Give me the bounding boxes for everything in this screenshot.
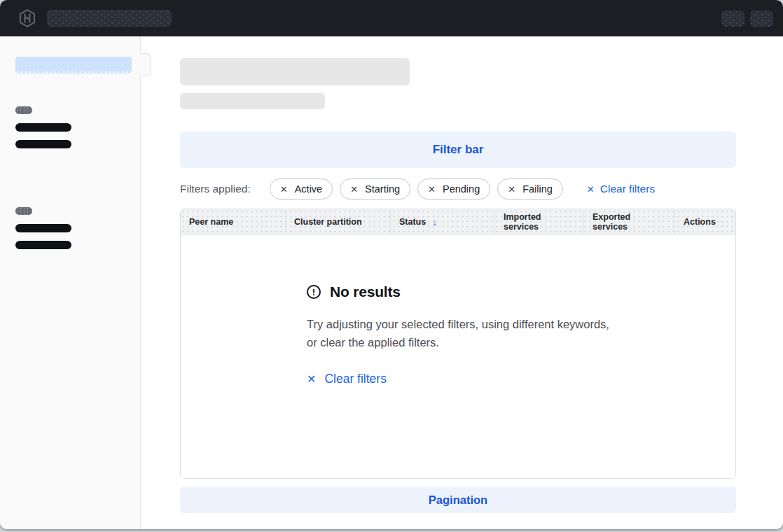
sidebar xyxy=(0,36,141,529)
search-input-skeleton[interactable] xyxy=(47,10,172,27)
table-header-row: Peer name Cluster partition Status ↓ Imp… xyxy=(181,209,735,234)
filter-chip-label: Starting xyxy=(365,183,400,195)
empty-state-clear-filters-label: Clear filters xyxy=(324,372,387,386)
filters-applied-label: Filters applied: xyxy=(180,183,251,195)
sidebar-item-skeleton[interactable] xyxy=(15,123,71,132)
filter-chip-label: Active xyxy=(295,183,323,195)
pagination-label: Pagination xyxy=(429,493,487,507)
sidebar-item-skeleton[interactable] xyxy=(15,140,71,148)
dismiss-icon: ✕ xyxy=(307,374,316,385)
alert-circle-icon: ! xyxy=(307,285,321,299)
table-body: ! No results Try adjusting your selected… xyxy=(181,234,735,478)
column-header-peer-name[interactable]: Peer name xyxy=(181,209,285,234)
dismiss-icon[interactable]: ✕ xyxy=(428,185,436,194)
topbar-action-skeleton[interactable] xyxy=(721,10,744,27)
filter-chip-label: Failing xyxy=(522,183,553,195)
empty-state-clear-filters-link[interactable]: ✕ Clear filters xyxy=(307,372,387,386)
filter-chip-failing[interactable]: ✕ Failing xyxy=(497,178,563,200)
page-subtitle-skeleton xyxy=(180,93,325,109)
empty-state-title: No results xyxy=(330,284,401,300)
sidebar-section-label-skeleton xyxy=(15,207,32,215)
filter-chip-starting[interactable]: ✕ Starting xyxy=(340,178,410,200)
clear-filters-link[interactable]: ✕ Clear filters xyxy=(587,183,655,195)
column-header-actions[interactable]: Actions xyxy=(674,209,735,234)
filter-bar-placeholder[interactable]: Filter bar xyxy=(180,132,736,168)
filter-chip-active[interactable]: ✕ Active xyxy=(270,178,333,200)
column-header-imported-services[interactable]: Imported services xyxy=(494,209,583,234)
filter-chip-label: Pending xyxy=(443,183,480,195)
empty-state: ! No results Try adjusting your selected… xyxy=(307,234,609,386)
main-content: Filter bar Filters applied: ✕ Active ✕ S… xyxy=(141,36,783,529)
sidebar-active-item-skeleton[interactable] xyxy=(15,57,132,74)
empty-state-description: Try adjusting your selected filters, usi… xyxy=(307,315,609,351)
topbar-actions xyxy=(721,10,773,27)
dismiss-icon[interactable]: ✕ xyxy=(350,185,358,194)
filter-bar-label: Filter bar xyxy=(433,143,484,157)
dismiss-icon[interactable]: ✕ xyxy=(280,185,288,194)
column-header-cluster-partition[interactable]: Cluster partition xyxy=(285,209,390,234)
sidebar-section-label-skeleton xyxy=(15,106,32,114)
sidebar-item-skeleton[interactable] xyxy=(15,224,71,232)
filter-chip-pending[interactable]: ✕ Pending xyxy=(417,178,490,200)
dismiss-icon[interactable]: ✕ xyxy=(508,185,515,194)
clear-filters-label: Clear filters xyxy=(600,183,655,195)
topbar-action-skeleton[interactable] xyxy=(750,10,773,27)
hashicorp-logo-icon[interactable] xyxy=(19,9,36,27)
dismiss-icon: ✕ xyxy=(587,185,595,194)
column-header-exported-services[interactable]: Exported services xyxy=(583,209,674,234)
topbar xyxy=(0,0,783,36)
filters-applied-row: Filters applied: ✕ Active ✕ Starting ✕ P… xyxy=(180,178,736,200)
sidebar-item-skeleton[interactable] xyxy=(15,241,71,249)
page-title-skeleton xyxy=(180,58,410,85)
pagination-placeholder[interactable]: Pagination xyxy=(180,486,736,513)
sidebar-toggle-handle[interactable] xyxy=(140,53,151,76)
peers-table: Peer name Cluster partition Status ↓ Imp… xyxy=(180,209,736,479)
column-header-status[interactable]: Status ↓ xyxy=(390,209,494,234)
app-window: Filter bar Filters applied: ✕ Active ✕ S… xyxy=(0,0,783,529)
sort-descending-icon: ↓ xyxy=(432,216,437,227)
